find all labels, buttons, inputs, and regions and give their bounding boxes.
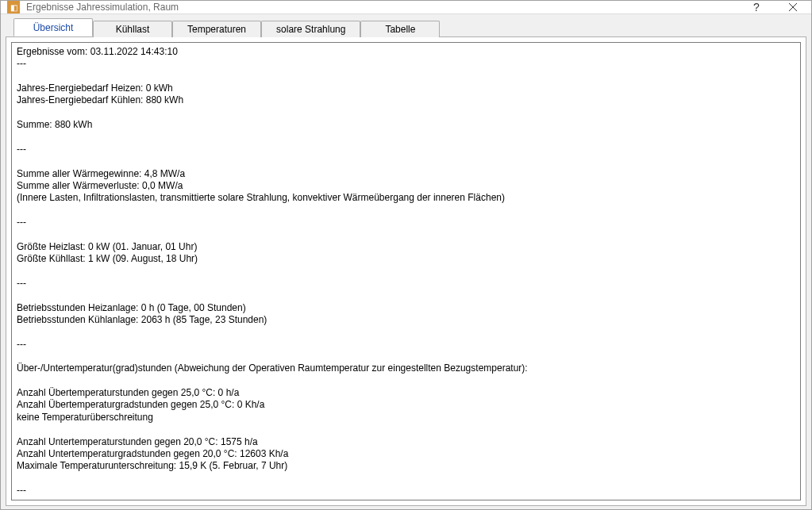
window-controls: ? — [738, 1, 811, 13]
close-icon — [789, 3, 797, 11]
titlebar: ◧ Ergebnisse Jahressimulation, Raum ? — [1, 1, 811, 14]
window-close-button[interactable] — [775, 1, 811, 13]
results-text: Ergebnisse vom: 03.11.2022 14:43:10 --- … — [11, 42, 801, 500]
help-button[interactable]: ? — [738, 1, 775, 13]
app-icon: ◧ — [7, 1, 20, 13]
tab-temperaturen[interactable]: Temperaturen — [172, 21, 261, 37]
tab-content: Ergebnisse vom: 03.11.2022 14:43:10 --- … — [6, 36, 806, 506]
tab-strip: Übersicht Kühllast Temperaturen solare S… — [13, 19, 806, 36]
help-icon: ? — [753, 1, 760, 13]
tab-solare-strahlung[interactable]: solare Strahlung — [261, 21, 360, 37]
tab-tabelle[interactable]: Tabelle — [360, 21, 440, 37]
tab-uebersicht[interactable]: Übersicht — [13, 18, 93, 36]
dialog-body: Übersicht Kühllast Temperaturen solare S… — [1, 14, 811, 510]
window-title: Ergebnisse Jahressimulation, Raum — [26, 2, 738, 13]
tab-kuehllast[interactable]: Kühllast — [93, 21, 172, 37]
